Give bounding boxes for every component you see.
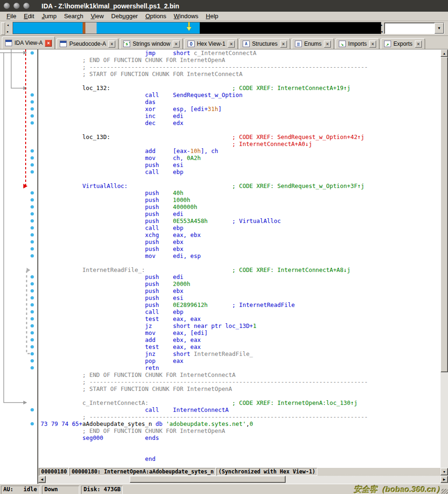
chevron-down-icon[interactable]: ▼ (434, 23, 444, 34)
close-tab-icon[interactable]: × (45, 40, 52, 47)
code-line[interactable]: add [eax-10h], ch (41, 147, 441, 154)
code-line[interactable]: seg000 ends (41, 434, 441, 441)
menu-file[interactable]: File (3, 13, 20, 20)
tab-hex-view-1[interactable]: OHex View-1× (184, 38, 238, 49)
current-position-arrow[interactable] (187, 22, 191, 31)
navband-segment-external-region[interactable] (200, 22, 381, 34)
code-line[interactable]: ; END OF FUNCTION CHUNK FOR InternetConn… (41, 371, 441, 378)
code-line[interactable]: retn (41, 364, 441, 371)
navband-segment-code-region-2[interactable] (97, 22, 200, 34)
tab-exports[interactable]: ↗Exports× (381, 38, 425, 49)
code-line[interactable]: VirtualAlloc: ; CODE XREF: SendRequest_w… (41, 182, 441, 189)
code-line[interactable]: add ebx, eax (41, 336, 441, 343)
menu-edit[interactable]: Edit (20, 13, 38, 20)
combobox-value[interactable] (385, 23, 434, 34)
code-line[interactable]: push ebx (41, 245, 441, 252)
code-line[interactable]: ; --------------------------------------… (41, 378, 441, 385)
code-line[interactable]: inc edi (41, 112, 441, 119)
menu-view[interactable]: View (87, 13, 107, 20)
code-line[interactable]: call ebp (41, 168, 441, 175)
navigation-band[interactable] (13, 22, 381, 34)
code-line[interactable]: end (41, 455, 441, 462)
code-line[interactable] (41, 448, 441, 455)
code-line[interactable]: push 2000h (41, 280, 441, 287)
navband-segment-unexplored-region[interactable] (85, 22, 97, 34)
tab-pseudocode-a[interactable]: Pseudocode-A× (56, 38, 119, 49)
code-line[interactable]: xchg eax, ebx (41, 231, 441, 238)
code-line[interactable]: call ebp (41, 224, 441, 231)
close-tab-icon[interactable]: × (280, 41, 287, 48)
code-line[interactable]: push 1000h (41, 196, 441, 203)
code-line[interactable]: mov eax, [edi] (41, 329, 441, 336)
close-tab-icon[interactable]: × (173, 41, 180, 48)
menu-debugger[interactable]: Debugger (107, 13, 141, 20)
code-line[interactable]: xor esp, [edi+31h] (41, 105, 441, 112)
code-line[interactable]: jz short near ptr loc_13D+1 (41, 322, 441, 329)
code-line[interactable]: test eax, eax (41, 343, 441, 350)
code-line[interactable] (41, 77, 441, 84)
code-line[interactable] (41, 259, 441, 266)
code-line[interactable]: jnz short InternetReadFile_ (41, 350, 441, 357)
vertical-scroll-thumb[interactable] (441, 57, 448, 372)
tab-enums[interactable]: ≡Enums× (292, 38, 334, 49)
horizontal-scroll-track[interactable] (46, 476, 441, 484)
close-tab-icon[interactable]: × (228, 41, 235, 48)
close-tab-icon[interactable]: × (369, 41, 376, 48)
code-line[interactable]: loc_13D: ; CODE XREF: SendRequest_w_Opti… (41, 133, 441, 140)
horizontal-scrollbar[interactable]: ◀ ▶ (0, 476, 448, 484)
code-line[interactable]: call ebp (41, 308, 441, 315)
code-line[interactable]: das (41, 98, 441, 105)
code-line[interactable]: ; END OF FUNCTION CHUNK FOR InternetOpen… (41, 56, 441, 63)
menu-options[interactable]: Options (141, 13, 170, 20)
code-line[interactable]: pop eax (41, 357, 441, 364)
code-line[interactable]: push edi (41, 273, 441, 280)
functions-combobox[interactable]: ▼ (384, 22, 444, 34)
code-line[interactable]: push esi (41, 161, 441, 168)
tab-structures[interactable]: AStructures× (239, 38, 290, 49)
code-line[interactable]: ; InternetConnectA+A0↓j (41, 140, 441, 147)
horizontal-scroll-thumb[interactable] (130, 476, 286, 483)
vertical-scroll-track[interactable] (441, 57, 448, 468)
code-line[interactable]: mov ch, 0A2h (41, 154, 441, 161)
close-tab-icon[interactable]: × (415, 41, 422, 48)
code-line[interactable]: 73 79 74 65+aAdobeupdate_sytes_n db 'ado… (41, 420, 441, 427)
code-line[interactable]: ; --------------------------------------… (41, 413, 441, 420)
tab-strings-window[interactable]: 's'Strings window× (120, 38, 183, 49)
code-line[interactable]: push ebx (41, 238, 441, 245)
close-tab-icon[interactable]: × (324, 41, 331, 48)
code-line[interactable]: push 0E553A458h ; VirtualAlloc (41, 217, 441, 224)
toolbar-grip-handle[interactable] (1, 22, 5, 35)
code-line[interactable]: loc_132: ; CODE XREF: InternetConnectA+1… (41, 84, 441, 91)
scroll-left-icon[interactable]: ◀ (38, 476, 46, 483)
resize-grip[interactable] (441, 489, 448, 494)
code-line[interactable]: dec edx (41, 119, 441, 126)
code-line[interactable]: push 400000h (41, 203, 441, 210)
maximize-window-icon[interactable] (23, 3, 29, 9)
menu-windows[interactable]: Windows (170, 13, 202, 20)
navband-segment-code-region-1[interactable] (13, 22, 83, 34)
code-line[interactable]: push ebx (41, 287, 441, 294)
code-line[interactable]: push 0E2899612h ; InternetReadFile (41, 301, 441, 308)
tab-imports[interactable]: ↘Imports× (336, 38, 379, 49)
code-line[interactable]: push edi (41, 210, 441, 217)
close-window-icon[interactable] (4, 3, 10, 9)
navband-scroll-left-icons[interactable]: ◂▸ (7, 23, 12, 34)
vertical-scrollbar[interactable]: ▲ (441, 49, 448, 468)
code-line[interactable] (41, 392, 441, 399)
code-line[interactable]: test eax, eax (41, 315, 441, 322)
scroll-right-icon[interactable]: ▶ (441, 476, 448, 483)
code-line[interactable]: ; START OF FUNCTION CHUNK FOR InternetCo… (41, 70, 441, 77)
menu-help[interactable]: Help (202, 13, 222, 20)
code-line[interactable]: c_InternetConnectA: ; CODE XREF: Interne… (41, 399, 441, 406)
close-tab-icon[interactable]: × (108, 41, 115, 48)
code-line[interactable]: InternetReadFile_: ; CODE XREF: Internet… (41, 266, 441, 273)
code-line[interactable] (41, 126, 441, 133)
code-line[interactable]: ; --------------------------------------… (41, 63, 441, 70)
code-line[interactable]: jmp short c_InternetConnectA (41, 49, 441, 56)
code-line[interactable] (41, 175, 441, 182)
code-line[interactable]: ; END OF FUNCTION CHUNK FOR InternetOpen… (41, 427, 441, 434)
code-line[interactable]: push 40h (41, 189, 441, 196)
code-view[interactable]: jmp short c_InternetConnectA ; END OF FU… (38, 49, 441, 468)
menu-jump[interactable]: Jump (38, 13, 60, 20)
code-line[interactable]: push esi (41, 294, 441, 301)
